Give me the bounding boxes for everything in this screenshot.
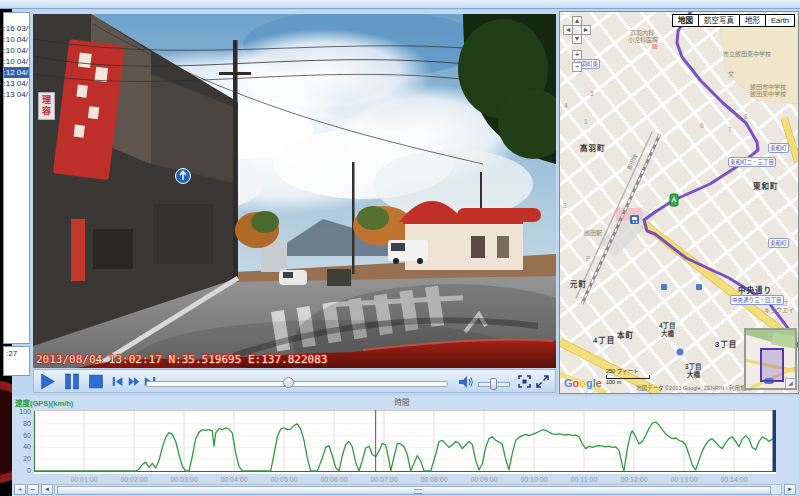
recording-file-list[interactable]: /03 16:/04 10:/04 10:/04 10:/04 12:/04 1… [3, 12, 30, 344]
video-timestamp-overlay: 2013/08/04 13:02:17 N:35.519695 E:137.82… [36, 353, 327, 366]
file-list-item[interactable]: /04 13: [4, 78, 29, 89]
speed-chart[interactable] [34, 410, 776, 474]
dashcam-video-view[interactable]: 理容 2013/08/04 13:02:17 N:35.519695 E:137… [33, 14, 556, 368]
map-panel[interactable]: 高羽町東和町中央通り元町本町4丁目3丁目4丁目大橋3丁目大橋高羽内科小児科医院市… [560, 12, 798, 393]
y-tick-label: 40 [14, 443, 31, 450]
x-tick-label: 00:02:00 [112, 476, 156, 483]
speaker-icon[interactable] [459, 376, 473, 388]
file-list-item[interactable]: /03 16: [4, 23, 29, 34]
map-pan-right-icon[interactable]: ► [581, 25, 591, 35]
graph-x-axis-title: 時間 [372, 396, 432, 407]
x-tick-label: 00:12:00 [612, 476, 656, 483]
seek-slider-thumb[interactable] [283, 377, 294, 388]
map-type-button-航空写真[interactable]: 航空写真 [698, 14, 740, 27]
graph-zoom-out-button[interactable]: − [27, 484, 39, 495]
file-list-item[interactable]: /04 10: [4, 56, 29, 67]
skip-back-button[interactable] [111, 375, 125, 388]
file-list-item[interactable]: /04 10: [4, 45, 29, 56]
google-logo-letter: g [586, 377, 593, 389]
map-zoom-out-button[interactable]: − [572, 62, 582, 72]
graph-y-axis-title: 速度(GPS)(km/h) [15, 397, 73, 408]
y-tick-label: 0 [14, 467, 31, 474]
x-tick-label: 00:07:00 [362, 476, 406, 483]
x-tick-label: 00:13:00 [662, 476, 706, 483]
list-item[interactable]: :27 [4, 347, 29, 358]
map-type-button-地形[interactable]: 地形 [739, 14, 766, 27]
y-tick-label: 60 [14, 432, 31, 439]
google-logo-letter: G [564, 377, 573, 389]
volume-slider-thumb[interactable] [490, 378, 497, 390]
google-logo[interactable]: Google [564, 377, 602, 389]
scroll-left-button[interactable]: ◄ [41, 484, 53, 495]
map-scale-bar: 250 フィート 100 m [606, 367, 650, 385]
scale-feet-label: 250 フィート [606, 368, 639, 374]
map-pan-down-icon[interactable]: ▼ [572, 34, 582, 44]
x-tick-label: 00:01:00 [62, 476, 106, 483]
barber-sign-label: 理容 [38, 92, 55, 120]
x-tick-label: 00:14:00 [712, 476, 756, 483]
window-title-strip [0, 0, 800, 9]
x-tick-label: 00:06:00 [312, 476, 356, 483]
pause-button[interactable] [63, 373, 81, 390]
playback-toolbar [33, 369, 556, 393]
graph-scrollbar-thumb[interactable] [57, 486, 771, 495]
current-position-marker[interactable] [670, 194, 678, 206]
x-tick-label: 00:03:00 [162, 476, 206, 483]
map-type-switcher: 地図航空写真地形Earth [673, 14, 795, 27]
minimap-viewport-rect[interactable] [760, 348, 784, 382]
graph-zoom-in-button[interactable]: + [14, 484, 26, 495]
gauge-ring-decoration [0, 381, 12, 483]
google-logo-letter: e [596, 377, 602, 389]
scale-meters-label: 100 m [606, 379, 621, 385]
fast-forward-button[interactable] [127, 375, 141, 388]
x-tick-label: 00:10:00 [512, 476, 556, 483]
overview-minimap[interactable]: ◢ [744, 328, 797, 390]
video-frame-art [33, 14, 556, 368]
file-list-item[interactable]: /04 10: [4, 34, 29, 45]
x-tick-label: 00:05:00 [262, 476, 306, 483]
y-tick-label: 20 [14, 455, 31, 462]
y-tick-label: 80 [14, 420, 31, 427]
speed-line-series [34, 422, 776, 471]
recording-file-list-secondary[interactable]: :27 [3, 346, 30, 376]
graph-scrollbar-track[interactable] [54, 484, 782, 495]
fullscreen-icon[interactable] [536, 375, 549, 388]
stop-button[interactable] [87, 373, 105, 390]
x-tick-label: 00:09:00 [462, 476, 506, 483]
map-zoom-in-button[interactable]: + [572, 50, 582, 60]
scrollbar-grip [414, 489, 422, 494]
x-tick-label: 00:04:00 [212, 476, 256, 483]
map-type-button-地図[interactable]: 地図 [672, 14, 699, 27]
file-list-item[interactable]: /04 13: [4, 89, 29, 100]
capture-frame-icon[interactable] [518, 375, 531, 388]
minimap-collapse-icon[interactable]: ◢ [785, 378, 795, 388]
play-button[interactable] [39, 373, 57, 390]
x-tick-label: 00:11:00 [562, 476, 606, 483]
graph-scrollbar: + − ◄ ► [14, 484, 796, 495]
speed-graph-panel: 速度(GPS)(km/h) 時間 100806040200 00:01:0000… [12, 396, 798, 496]
y-tick-label: 100 [14, 408, 31, 415]
map-attribution: 地図データ ©2013 Google, ZENRIN - 利用規約 [636, 384, 751, 392]
dashcam-viewer-window: /03 16:/04 10:/04 10:/04 10:/04 12:/04 1… [0, 0, 800, 496]
map-type-button-Earth[interactable]: Earth [765, 14, 795, 27]
plot-right-border [773, 410, 777, 472]
file-list-item[interactable]: /04 12: [4, 67, 29, 78]
seek-slider-track[interactable] [146, 381, 448, 387]
scroll-right-button[interactable]: ► [784, 484, 796, 495]
x-tick-label: 00:08:00 [412, 476, 456, 483]
